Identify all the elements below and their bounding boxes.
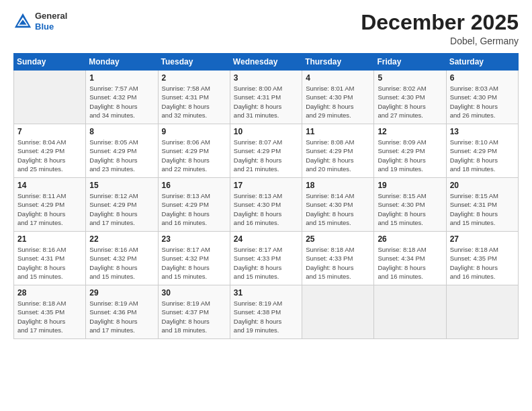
weekday-header-row: SundayMondayTuesdayWednesdayThursdayFrid… [14,54,519,71]
day-cell: 6Sunrise: 8:03 AM Sunset: 4:30 PM Daylig… [446,71,518,124]
day-number: 5 [378,73,442,83]
day-number: 4 [306,73,370,83]
day-number: 15 [89,181,154,190]
week-row-5: 28Sunrise: 8:18 AM Sunset: 4:35 PM Dayli… [14,285,519,339]
logo: General Blue [13,11,67,32]
day-info: Sunrise: 8:11 AM Sunset: 4:29 PM Dayligh… [17,191,82,227]
day-cell: 28Sunrise: 8:18 AM Sunset: 4:35 PM Dayli… [14,285,86,339]
header: General Blue December 2025 Dobel, German… [13,11,519,46]
day-info: Sunrise: 8:14 AM Sunset: 4:30 PM Dayligh… [306,191,370,227]
day-cell: 16Sunrise: 8:13 AM Sunset: 4:29 PM Dayli… [158,178,230,232]
day-info: Sunrise: 8:13 AM Sunset: 4:29 PM Dayligh… [162,191,226,227]
day-number: 29 [89,288,154,298]
calendar-page: General Blue December 2025 Dobel, German… [0,0,532,411]
day-info: Sunrise: 8:15 AM Sunset: 4:31 PM Dayligh… [450,191,515,227]
logo-general: General [35,11,67,21]
day-cell: 12Sunrise: 8:09 AM Sunset: 4:29 PM Dayli… [374,124,446,178]
day-cell: 31Sunrise: 8:19 AM Sunset: 4:38 PM Dayli… [230,285,302,339]
day-cell [14,71,86,124]
day-cell: 27Sunrise: 8:18 AM Sunset: 4:35 PM Dayli… [446,232,518,285]
day-cell [446,285,518,339]
day-info: Sunrise: 8:00 AM Sunset: 4:31 PM Dayligh… [234,84,298,120]
day-info: Sunrise: 7:58 AM Sunset: 4:31 PM Dayligh… [162,84,226,120]
day-info: Sunrise: 7:57 AM Sunset: 4:32 PM Dayligh… [89,84,154,120]
day-number: 19 [378,181,442,190]
logo-text: General Blue [35,11,67,32]
day-number: 17 [234,181,298,190]
week-row-1: 1Sunrise: 7:57 AM Sunset: 4:32 PM Daylig… [14,71,519,124]
title-block: December 2025 Dobel, Germany [361,11,519,46]
day-cell: 11Sunrise: 8:08 AM Sunset: 4:29 PM Dayli… [302,124,374,178]
day-cell: 5Sunrise: 8:02 AM Sunset: 4:30 PM Daylig… [374,71,446,124]
calendar-title: December 2025 [361,11,519,34]
day-cell: 24Sunrise: 8:17 AM Sunset: 4:33 PM Dayli… [230,232,302,285]
day-info: Sunrise: 8:03 AM Sunset: 4:30 PM Dayligh… [450,84,515,120]
day-info: Sunrise: 8:05 AM Sunset: 4:29 PM Dayligh… [89,138,154,173]
day-info: Sunrise: 8:06 AM Sunset: 4:29 PM Dayligh… [162,138,226,173]
day-cell: 15Sunrise: 8:12 AM Sunset: 4:29 PM Dayli… [86,178,158,232]
weekday-sunday: Sunday [14,54,86,71]
logo-blue: Blue [35,21,67,32]
day-number: 3 [234,73,298,83]
day-number: 14 [17,181,82,190]
day-info: Sunrise: 8:18 AM Sunset: 4:33 PM Dayligh… [306,245,370,281]
day-cell: 22Sunrise: 8:16 AM Sunset: 4:32 PM Dayli… [86,232,158,285]
day-number: 28 [17,288,82,298]
day-cell [374,285,446,339]
day-number: 26 [378,234,442,244]
day-info: Sunrise: 8:17 AM Sunset: 4:32 PM Dayligh… [162,245,226,281]
day-info: Sunrise: 8:19 AM Sunset: 4:36 PM Dayligh… [89,299,154,334]
day-number: 2 [162,73,226,83]
day-cell: 19Sunrise: 8:15 AM Sunset: 4:30 PM Dayli… [374,178,446,232]
day-info: Sunrise: 8:19 AM Sunset: 4:37 PM Dayligh… [162,299,226,334]
day-info: Sunrise: 8:08 AM Sunset: 4:29 PM Dayligh… [306,138,370,173]
day-info: Sunrise: 8:18 AM Sunset: 4:34 PM Dayligh… [378,245,442,281]
week-row-2: 7Sunrise: 8:04 AM Sunset: 4:29 PM Daylig… [14,124,519,178]
day-number: 8 [89,127,154,136]
day-cell: 26Sunrise: 8:18 AM Sunset: 4:34 PM Dayli… [374,232,446,285]
day-info: Sunrise: 8:16 AM Sunset: 4:32 PM Dayligh… [89,245,154,281]
day-number: 7 [17,127,82,136]
day-cell: 2Sunrise: 7:58 AM Sunset: 4:31 PM Daylig… [158,71,230,124]
day-cell: 1Sunrise: 7:57 AM Sunset: 4:32 PM Daylig… [86,71,158,124]
day-cell: 3Sunrise: 8:00 AM Sunset: 4:31 PM Daylig… [230,71,302,124]
day-cell: 30Sunrise: 8:19 AM Sunset: 4:37 PM Dayli… [158,285,230,339]
day-info: Sunrise: 8:19 AM Sunset: 4:38 PM Dayligh… [234,299,298,334]
weekday-friday: Friday [374,54,446,71]
day-info: Sunrise: 8:18 AM Sunset: 4:35 PM Dayligh… [17,299,82,334]
day-cell [302,285,374,339]
week-row-3: 14Sunrise: 8:11 AM Sunset: 4:29 PM Dayli… [14,178,519,232]
day-number: 21 [17,234,82,244]
day-number: 30 [162,288,226,298]
day-cell: 7Sunrise: 8:04 AM Sunset: 4:29 PM Daylig… [14,124,86,178]
day-cell: 18Sunrise: 8:14 AM Sunset: 4:30 PM Dayli… [302,178,374,232]
day-cell: 9Sunrise: 8:06 AM Sunset: 4:29 PM Daylig… [158,124,230,178]
day-cell: 29Sunrise: 8:19 AM Sunset: 4:36 PM Dayli… [86,285,158,339]
day-info: Sunrise: 8:02 AM Sunset: 4:30 PM Dayligh… [378,84,442,120]
day-info: Sunrise: 8:17 AM Sunset: 4:33 PM Dayligh… [234,245,298,281]
weekday-tuesday: Tuesday [158,54,230,71]
day-cell: 17Sunrise: 8:13 AM Sunset: 4:30 PM Dayli… [230,178,302,232]
day-info: Sunrise: 8:01 AM Sunset: 4:30 PM Dayligh… [306,84,370,120]
day-info: Sunrise: 8:12 AM Sunset: 4:29 PM Dayligh… [89,191,154,227]
day-cell: 8Sunrise: 8:05 AM Sunset: 4:29 PM Daylig… [86,124,158,178]
day-number: 20 [450,181,515,190]
weekday-wednesday: Wednesday [230,54,302,71]
day-info: Sunrise: 8:16 AM Sunset: 4:31 PM Dayligh… [17,245,82,281]
day-info: Sunrise: 8:13 AM Sunset: 4:30 PM Dayligh… [234,191,298,227]
day-cell: 23Sunrise: 8:17 AM Sunset: 4:32 PM Dayli… [158,232,230,285]
day-number: 31 [234,288,298,298]
day-cell: 10Sunrise: 8:07 AM Sunset: 4:29 PM Dayli… [230,124,302,178]
day-number: 6 [450,73,515,83]
day-number: 27 [450,234,515,244]
day-info: Sunrise: 8:18 AM Sunset: 4:35 PM Dayligh… [450,245,515,281]
day-number: 18 [306,181,370,190]
day-info: Sunrise: 8:07 AM Sunset: 4:29 PM Dayligh… [234,138,298,173]
day-cell: 14Sunrise: 8:11 AM Sunset: 4:29 PM Dayli… [14,178,86,232]
weekday-saturday: Saturday [446,54,518,71]
day-info: Sunrise: 8:04 AM Sunset: 4:29 PM Dayligh… [17,138,82,173]
week-row-4: 21Sunrise: 8:16 AM Sunset: 4:31 PM Dayli… [14,232,519,285]
day-number: 22 [89,234,154,244]
day-number: 11 [306,127,370,136]
day-number: 24 [234,234,298,244]
